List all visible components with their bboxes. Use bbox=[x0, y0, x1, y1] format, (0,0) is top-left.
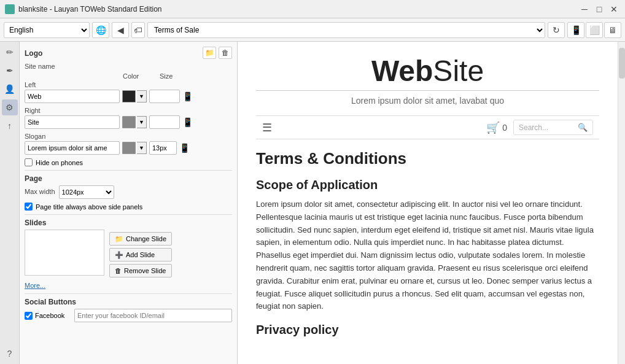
right-color-display: ▼ bbox=[122, 116, 147, 128]
site-name-left: Web bbox=[371, 55, 433, 87]
divider-2 bbox=[25, 214, 232, 215]
refresh-button[interactable]: ↻ bbox=[548, 22, 565, 38]
nav-right: 🛒 0 Search... 🔍 bbox=[486, 120, 593, 135]
site-name-display: WebSite bbox=[256, 54, 599, 88]
right-text-input[interactable] bbox=[25, 115, 120, 129]
facebook-label[interactable]: Facebook bbox=[35, 312, 72, 319]
search-box[interactable]: Search... 🔍 bbox=[513, 120, 593, 135]
site-header: WebSite Lorem ipsum dolor sit amet, lava… bbox=[256, 54, 599, 106]
hide-on-phones-checkbox[interactable] bbox=[25, 158, 33, 166]
social-section: Social Buttons Facebook bbox=[25, 298, 232, 322]
cart-count: 0 bbox=[502, 123, 507, 133]
right-color-dropdown[interactable]: ▼ bbox=[137, 116, 147, 128]
slides-section-title: Slides bbox=[25, 219, 232, 227]
globe-icon[interactable]: 🌐 bbox=[92, 22, 109, 38]
slides-more-link[interactable]: More... bbox=[25, 282, 45, 289]
add-slide-icon: ➕ bbox=[115, 251, 123, 259]
page-select[interactable]: Terms of Sale bbox=[147, 22, 545, 38]
upload-icon-button[interactable]: ↑ bbox=[2, 118, 18, 134]
search-icon[interactable]: 🔍 bbox=[578, 123, 588, 132]
hide-on-phones-row: Hide on phones bbox=[25, 158, 232, 166]
site-name-right: Site bbox=[433, 55, 484, 87]
slogan-text-input[interactable] bbox=[25, 141, 120, 155]
add-slide-button[interactable]: ➕ Add Slide bbox=[109, 248, 172, 261]
slogan-color-display: ▼ bbox=[122, 142, 147, 154]
scope-text: Lorem ipsum dolor sit amet, consectetur … bbox=[256, 198, 599, 313]
slogan-device-icon: 📱 bbox=[179, 143, 190, 153]
right-field-row: ▼ 📱 bbox=[25, 115, 232, 129]
divider-3 bbox=[25, 293, 232, 294]
divider-1 bbox=[25, 170, 232, 171]
left-size-input[interactable] bbox=[149, 90, 180, 103]
left-device-icon: 📱 bbox=[182, 91, 193, 101]
site-tagline: Lorem ipsum dolor sit amet, lavabat quo bbox=[256, 90, 599, 106]
slides-section: Slides 📁 Change Slide ➕ Add Slide bbox=[25, 219, 232, 290]
facebook-input[interactable] bbox=[74, 309, 232, 322]
hamburger-icon[interactable]: ☰ bbox=[262, 121, 272, 134]
left-color-display: ▼ bbox=[122, 90, 147, 103]
left-color-swatch[interactable] bbox=[122, 90, 136, 103]
page-section: Page Max width 1024px 800px 960px 1200px… bbox=[25, 174, 232, 211]
left-text-input[interactable] bbox=[25, 90, 120, 103]
page-title-checkbox-label[interactable]: Page title always above side panels bbox=[36, 203, 142, 211]
max-width-select[interactable]: 1024px 800px 960px 1200px 1400px bbox=[59, 185, 114, 199]
preview-content: WebSite Lorem ipsum dolor sit amet, lava… bbox=[238, 42, 618, 355]
props-scroll-content: Logo 📁 🗑 Site name Color Size Left bbox=[20, 42, 237, 328]
language-select[interactable]: English bbox=[4, 22, 90, 38]
slogan-color-dropdown[interactable]: ▼ bbox=[137, 142, 147, 154]
add-slide-label: Add Slide bbox=[126, 251, 155, 258]
window-controls: ─ □ ✕ bbox=[578, 3, 620, 15]
tablet-view-button[interactable]: ⬜ bbox=[586, 22, 603, 38]
remove-slide-icon: 🗑 bbox=[115, 267, 122, 274]
size-header-label: Size bbox=[160, 72, 173, 80]
right-color-swatch[interactable] bbox=[122, 116, 136, 128]
slide-buttons: 📁 Change Slide ➕ Add Slide 🗑 Remove Slid… bbox=[109, 230, 172, 277]
facebook-checkbox[interactable] bbox=[25, 312, 33, 320]
draw-icon-button[interactable]: ✒ bbox=[2, 63, 18, 79]
cart-icon[interactable]: 🛒 bbox=[486, 121, 500, 134]
back-button[interactable]: ◀ bbox=[112, 22, 129, 38]
window-title: blanksite - Lauyan TOWeb Standard Editio… bbox=[18, 5, 578, 14]
help-icon-button[interactable]: ? bbox=[2, 346, 18, 362]
mobile-view-button[interactable]: 📱 bbox=[567, 22, 584, 38]
titlebar: blanksite - Lauyan TOWeb Standard Editio… bbox=[0, 0, 625, 18]
site-name-group: Site name bbox=[25, 63, 232, 70]
user-icon-button[interactable]: 👤 bbox=[2, 81, 18, 97]
left-color-dropdown[interactable]: ▼ bbox=[137, 90, 147, 103]
page-title-checkbox[interactable] bbox=[25, 203, 33, 211]
icon-sidebar: ✏ ✒ 👤 ⚙ ↑ ? bbox=[0, 42, 20, 364]
right-field-label: Right bbox=[25, 107, 232, 114]
left-field-label: Left bbox=[25, 81, 232, 88]
preview-area: WebSite Lorem ipsum dolor sit amet, lava… bbox=[238, 42, 618, 364]
desktop-view-button[interactable]: 🖥 bbox=[604, 22, 621, 38]
slogan-size-input[interactable] bbox=[149, 141, 177, 155]
scrollbar-thumb[interactable] bbox=[619, 48, 625, 79]
remove-slide-label: Remove Slide bbox=[124, 267, 166, 274]
max-width-label: Max width bbox=[25, 188, 55, 195]
edit-icon-button[interactable]: ✏ bbox=[2, 44, 18, 60]
logo-section-title: Logo bbox=[25, 49, 42, 58]
remove-slide-button[interactable]: 🗑 Remove Slide bbox=[109, 264, 172, 277]
right-size-input[interactable] bbox=[149, 115, 180, 129]
hide-on-phones-label[interactable]: Hide on phones bbox=[36, 159, 83, 166]
change-slide-label: Change Slide bbox=[126, 235, 166, 242]
close-button[interactable]: ✕ bbox=[608, 3, 620, 15]
scope-heading: Scope of Application bbox=[256, 178, 599, 192]
change-slide-button[interactable]: 📁 Change Slide bbox=[109, 232, 172, 246]
logo-delete-icon[interactable]: 🗑 bbox=[219, 47, 232, 59]
cart-area: 🛒 0 bbox=[486, 121, 507, 134]
logo-folder-icon[interactable]: 📁 bbox=[203, 47, 216, 59]
page-section-title: Page bbox=[25, 174, 232, 183]
right-scrollbar[interactable] bbox=[618, 42, 625, 364]
site-name-label: Site name bbox=[25, 63, 232, 70]
page-icon[interactable]: 🏷 bbox=[131, 22, 145, 38]
left-field-row: ▼ 📱 bbox=[25, 90, 232, 103]
color-header-label: Color bbox=[123, 72, 160, 80]
nav-bar: ☰ 🛒 0 Search... 🔍 bbox=[256, 115, 599, 139]
settings-icon-button[interactable]: ⚙ bbox=[2, 99, 18, 115]
slogan-color-swatch[interactable] bbox=[122, 142, 136, 154]
maximize-button[interactable]: □ bbox=[593, 3, 605, 15]
minimize-button[interactable]: ─ bbox=[578, 3, 591, 15]
slogan-field-label: Slogan bbox=[25, 133, 232, 140]
main-layout: ✏ ✒ 👤 ⚙ ↑ ? Logo 📁 🗑 Site name C bbox=[0, 42, 625, 364]
